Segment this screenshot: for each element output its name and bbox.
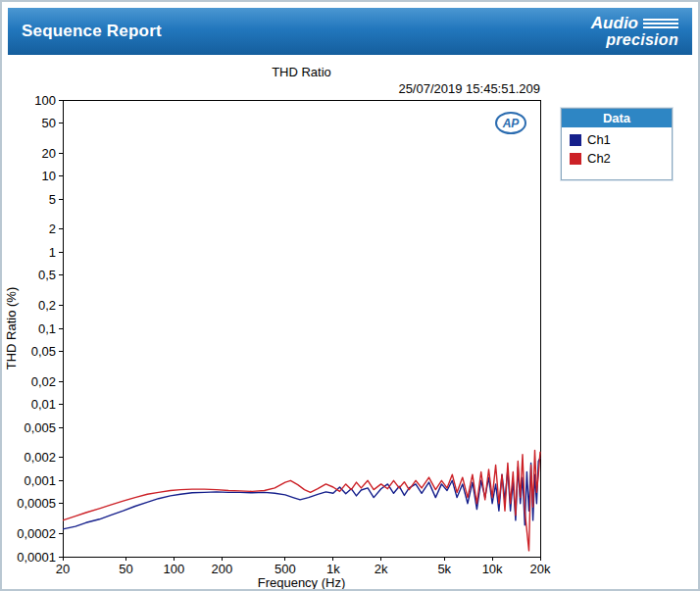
svg-text:0,005: 0,005 bbox=[24, 420, 56, 435]
svg-text:0,01: 0,01 bbox=[31, 397, 56, 412]
svg-text:10k: 10k bbox=[482, 562, 503, 576]
svg-text:0,0002: 0,0002 bbox=[17, 526, 56, 541]
svg-text:0,2: 0,2 bbox=[38, 298, 56, 313]
legend-header: Data bbox=[562, 109, 672, 127]
report-header: Sequence Report Audio precision bbox=[8, 8, 692, 55]
svg-text:0,0001: 0,0001 bbox=[17, 550, 56, 565]
svg-text:500: 500 bbox=[275, 562, 296, 576]
svg-text:0,0005: 0,0005 bbox=[17, 496, 56, 511]
svg-text:5: 5 bbox=[49, 192, 56, 207]
svg-text:2: 2 bbox=[49, 222, 56, 236]
svg-text:5k: 5k bbox=[437, 562, 451, 576]
svg-text:20k: 20k bbox=[530, 562, 551, 576]
svg-text:0,5: 0,5 bbox=[38, 268, 56, 282]
ap-badge-icon: AP bbox=[495, 112, 526, 134]
svg-text:0,1: 0,1 bbox=[38, 321, 56, 336]
logo-bars-icon bbox=[643, 19, 678, 28]
svg-text:20: 20 bbox=[56, 562, 70, 576]
svg-text:0,002: 0,002 bbox=[24, 450, 56, 465]
logo-text-precision: precision bbox=[591, 32, 678, 48]
legend-item-ch2[interactable]: Ch2 bbox=[570, 151, 664, 166]
svg-text:1: 1 bbox=[49, 245, 56, 260]
svg-text:20: 20 bbox=[42, 146, 56, 161]
svg-text:2k: 2k bbox=[375, 562, 388, 576]
svg-text:10: 10 bbox=[42, 169, 56, 183]
svg-text:0,02: 0,02 bbox=[31, 374, 56, 389]
audio-precision-logo: Audio precision bbox=[591, 15, 678, 48]
ch2-color-swatch bbox=[570, 153, 581, 165]
svg-text:100: 100 bbox=[34, 93, 56, 108]
svg-text:50: 50 bbox=[119, 562, 132, 576]
svg-text:0,05: 0,05 bbox=[31, 344, 56, 359]
report-page: Sequence Report Audio precision THD Rati… bbox=[0, 0, 700, 591]
page-title: Sequence Report bbox=[22, 22, 162, 41]
svg-text:200: 200 bbox=[211, 562, 232, 576]
legend-body: Ch1 Ch2 bbox=[562, 127, 672, 179]
svg-text:100: 100 bbox=[164, 562, 185, 576]
svg-text:0,001: 0,001 bbox=[24, 473, 56, 488]
legend-item-ch1[interactable]: Ch1 bbox=[570, 132, 664, 147]
svg-text:THD Ratio (%): THD Ratio (%) bbox=[4, 287, 19, 370]
ch1-color-swatch bbox=[570, 134, 581, 146]
legend-item-ch2-label: Ch2 bbox=[587, 151, 611, 166]
svg-text:1k: 1k bbox=[326, 562, 340, 576]
legend: Data Ch1 Ch2 bbox=[561, 108, 673, 180]
svg-text:Frequency (Hz): Frequency (Hz) bbox=[258, 575, 346, 590]
svg-text:50: 50 bbox=[42, 116, 56, 130]
logo-text-audio: Audio bbox=[591, 15, 638, 31]
legend-item-ch1-label: Ch1 bbox=[587, 132, 611, 147]
